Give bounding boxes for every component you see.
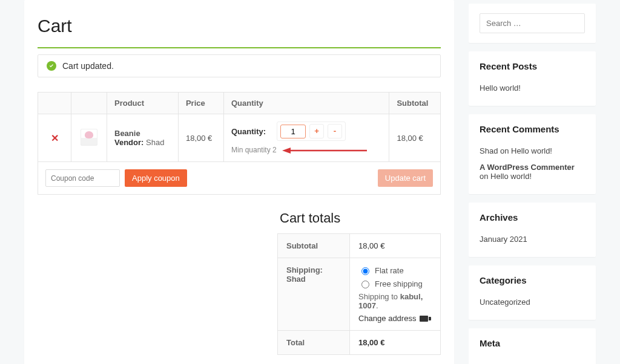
archive-link[interactable]: January 2021 xyxy=(480,235,527,244)
vendor-name: Shad xyxy=(146,138,164,147)
vendor-label: Vendor: xyxy=(114,138,143,147)
recent-comment-item: Shad on Hello world! xyxy=(480,143,585,159)
quantity-label: Quantity: xyxy=(231,127,266,136)
truck-icon xyxy=(420,316,428,322)
totals-shipping-label: Shipping: Shad xyxy=(278,258,350,331)
th-remove xyxy=(38,93,71,114)
th-quantity: Quantity xyxy=(223,93,389,114)
quantity-input[interactable] xyxy=(280,125,306,138)
totals-subtotal-value: 18,00 € xyxy=(350,234,441,258)
page-title: Cart xyxy=(38,16,441,36)
cart-item-row: ✕ Beanie Vendor: Shad 18,00 € Quantity: xyxy=(38,114,441,162)
category-link[interactable]: Uncategorized xyxy=(480,297,530,307)
sidebar: Recent Posts Hello world! Recent Comment… xyxy=(469,4,596,364)
meta-widget: Meta Site Admin Log out Entries feed xyxy=(469,328,596,364)
comment-author-link[interactable]: A WordPress Commenter xyxy=(480,163,575,172)
totals-total-value: 18,00 € xyxy=(350,331,441,355)
meta-title: Meta xyxy=(480,338,585,348)
th-price: Price xyxy=(178,93,223,114)
cart-main: Cart Cart updated. Product Price Quantit… xyxy=(24,0,454,364)
min-quantity-text: Min quantity 2 xyxy=(231,146,277,154)
recent-comments-widget: Recent Comments Shad on Hello world! A W… xyxy=(469,114,596,194)
comment-post-link[interactable]: Hello world! xyxy=(490,172,532,181)
quantity-decrease-button[interactable]: - xyxy=(328,124,342,138)
th-product: Product xyxy=(107,93,179,114)
remove-item-button[interactable]: ✕ xyxy=(51,133,59,143)
th-subtotal: Subtotal xyxy=(389,93,441,114)
totals-subtotal-label: Subtotal xyxy=(278,234,350,258)
cart-table: Product Price Quantity Subtotal ✕ Beanie xyxy=(38,92,441,195)
svg-marker-1 xyxy=(282,148,291,154)
shipping-free-option[interactable]: Free shipping xyxy=(358,279,432,288)
product-name[interactable]: Beanie xyxy=(114,129,140,138)
recent-post-link[interactable]: Hello world! xyxy=(480,83,521,93)
shipping-destination: Shipping to kabul, 1007. xyxy=(358,292,432,310)
annotation-arrow-icon xyxy=(282,147,367,154)
categories-widget: Categories Uncategorized xyxy=(469,265,596,320)
comment-author-link[interactable]: Shad xyxy=(480,146,498,155)
recent-comment-item: A WordPress Commenter on Hello world! xyxy=(480,159,585,184)
subtotal-cell: 18,00 € xyxy=(389,114,441,162)
shipping-flat-rate-option[interactable]: Flat rate xyxy=(358,265,432,275)
change-address-link[interactable]: Change address xyxy=(358,314,428,323)
shipping-free-radio[interactable] xyxy=(361,281,369,288)
recent-posts-title: Recent Posts xyxy=(480,61,585,71)
search-input[interactable] xyxy=(480,13,585,33)
title-rule xyxy=(38,47,441,48)
coupon-code-input[interactable] xyxy=(45,169,120,187)
quantity-cell: Quantity: + - Min quantity 2 xyxy=(223,114,389,162)
comment-post-link[interactable]: Hello world! xyxy=(511,146,552,155)
shipping-free-label: Free shipping xyxy=(375,279,423,288)
change-address-label: Change address xyxy=(358,314,416,323)
shipping-flat-rate-radio[interactable] xyxy=(361,267,369,275)
notice-text: Cart updated. xyxy=(62,61,114,71)
totals-total-label: Total xyxy=(278,331,350,355)
cart-updated-notice: Cart updated. xyxy=(38,54,441,77)
success-check-icon xyxy=(47,61,56,71)
search-widget xyxy=(469,4,596,43)
update-cart-button[interactable]: Update cart xyxy=(378,169,433,187)
product-thumbnail[interactable] xyxy=(81,129,97,146)
th-thumb xyxy=(71,93,107,114)
shipping-flat-rate-label: Flat rate xyxy=(375,266,404,275)
quantity-increase-button[interactable]: + xyxy=(309,124,324,138)
product-cell: Beanie Vendor: Shad xyxy=(107,114,179,162)
archives-title: Archives xyxy=(480,212,585,223)
recent-posts-widget: Recent Posts Hello world! xyxy=(469,51,596,106)
apply-coupon-button[interactable]: Apply coupon xyxy=(125,169,187,187)
cart-totals-heading: Cart totals xyxy=(280,210,441,226)
archives-widget: Archives January 2021 xyxy=(469,203,596,257)
categories-title: Categories xyxy=(480,275,585,285)
recent-comments-title: Recent Comments xyxy=(480,124,585,134)
cart-totals: Cart totals Subtotal 18,00 € Shipping: S… xyxy=(277,210,441,355)
price-cell: 18,00 € xyxy=(178,114,223,162)
